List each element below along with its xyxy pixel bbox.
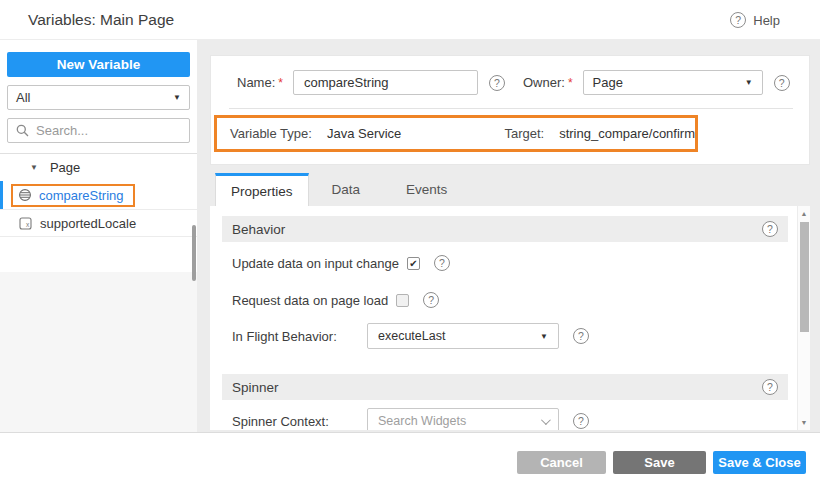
tree-group-label: Page [50,160,80,175]
annotation-highlight: compareString [11,184,135,207]
tree-collapse-icon: ▼ [30,163,38,172]
save-close-button[interactable]: Save & Close [713,451,806,474]
chevron-down-icon [541,415,551,425]
request-data-checkbox[interactable] [396,294,409,307]
spinner-section-header: Spinner ? [222,374,788,400]
search-icon [16,124,29,137]
dialog-header: Variables: Main Page ? Help [0,0,820,40]
name-input[interactable] [293,70,478,95]
tab-properties[interactable]: Properties [215,173,309,206]
spinner-context-label: Spinner Context: [232,414,367,429]
scrollbar-thumb[interactable] [800,222,809,332]
tab-data[interactable]: Data [309,173,384,206]
spinner-context-combobox[interactable]: Search Widgets [367,408,559,430]
spinner-context-help-icon[interactable]: ? [573,413,589,429]
spinner-title: Spinner [232,380,279,395]
properties-panel: Behavior ? Update data on input change ✔… [210,206,810,430]
divider [229,108,793,109]
service-globe-icon [18,188,32,202]
tab-events[interactable]: Events [383,173,470,206]
filter-selected-value: All [16,90,30,105]
required-marker: * [278,76,283,90]
detail-tabs: Properties Data Events [210,173,470,206]
tree-item-label: supportedLocale [40,216,136,231]
search-placeholder: Search... [36,123,88,138]
new-variable-button[interactable]: New Variable [7,52,190,77]
update-data-label: Update data on input change [232,256,399,271]
variable-summary-panel: Name: * ? Owner: * Page ▼ ? Variable Typ [210,55,810,165]
svg-text:x: x [26,221,30,228]
variables-sidebar: New Variable All ▼ Search... ▼ Page [0,40,197,432]
variable-type-label: Variable Type: [230,126,312,141]
scroll-down-icon[interactable]: ▼ [798,419,810,426]
tree-item-label: compareString [39,188,124,203]
sidebar-scrollbar[interactable] [192,225,196,281]
sidebar-empty-area [0,272,197,432]
main-panel: Name: * ? Owner: * Page ▼ ? Variable Typ [210,40,810,432]
variables-tree: ▼ Page compareString [0,153,197,237]
variable-filter-select[interactable]: All ▼ [7,85,190,110]
dialog-body: New Variable All ▼ Search... ▼ Page [0,40,820,432]
in-flight-select[interactable]: executeLast ▼ [367,323,559,349]
update-data-checkbox[interactable]: ✔ [407,257,420,270]
variables-dialog: Variables: Main Page ? Help New Variable… [0,0,820,488]
update-data-help-icon[interactable]: ? [434,255,450,271]
name-help-icon[interactable]: ? [489,75,505,91]
spinner-help-icon[interactable]: ? [762,379,778,395]
behavior-title: Behavior [232,222,285,237]
check-icon: ✔ [409,258,417,269]
update-data-row: Update data on input change ✔ ? [210,250,810,276]
owner-selected-value: Page [593,75,623,90]
page-title: Variables: Main Page [28,0,174,40]
request-data-row: Request data on page load ? [210,287,810,313]
variable-type-value: Java Service [327,126,401,141]
owner-select[interactable]: Page ▼ [583,70,763,95]
chevron-down-icon: ▼ [540,332,548,341]
required-marker: * [568,76,573,90]
request-data-label: Request data on page load [232,293,388,308]
help-link[interactable]: ? Help [730,12,780,28]
locale-variable-icon: x [19,217,32,230]
chevron-down-icon: ▼ [745,78,753,87]
spinner-context-row: Spinner Context: Search Widgets ? [210,408,810,430]
owner-label: Owner: [523,75,565,90]
request-data-help-icon[interactable]: ? [423,292,439,308]
save-button[interactable]: Save [613,451,706,474]
name-label: Name: [237,75,275,90]
in-flight-selected-value: executeLast [378,329,445,343]
in-flight-help-icon[interactable]: ? [573,328,589,344]
in-flight-label: In Flight Behavior: [232,329,367,344]
tree-group-page[interactable]: ▼ Page [0,154,197,181]
behavior-section-header: Behavior ? [222,216,788,242]
spinner-context-placeholder: Search Widgets [378,414,466,428]
properties-scrollbar[interactable]: ▲ ▼ [797,206,810,430]
chevron-down-icon: ▼ [173,93,181,102]
behavior-help-icon[interactable]: ? [762,221,778,237]
scroll-up-icon[interactable]: ▲ [798,210,810,217]
target-label: Target: [504,126,544,141]
variable-search-input[interactable]: Search... [7,118,190,143]
help-label: Help [753,13,780,28]
owner-help-icon[interactable]: ? [774,75,790,91]
target-value: string_compare/confirm [559,126,695,141]
tree-item-comparestring[interactable]: compareString [0,181,197,210]
dialog-footer: Cancel Save Save & Close [0,432,820,488]
annotation-highlight: Variable Type: Java Service Target: stri… [214,115,698,152]
tree-item-supportedlocale[interactable]: x supportedLocale [0,210,197,237]
cancel-button[interactable]: Cancel [517,451,606,474]
in-flight-row: In Flight Behavior: executeLast ▼ ? [210,323,810,349]
help-icon: ? [730,12,746,28]
